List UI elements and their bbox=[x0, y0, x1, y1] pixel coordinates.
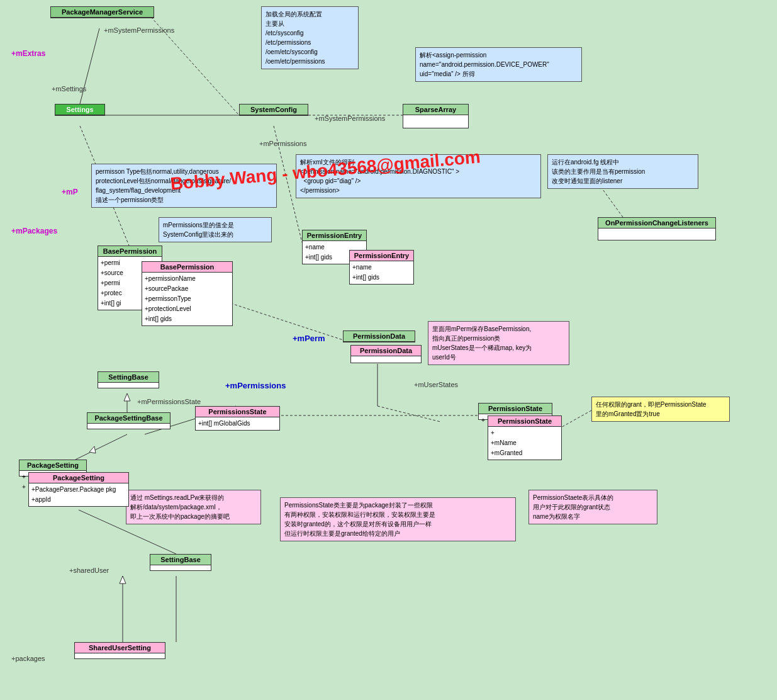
class-body-PermissionData2 bbox=[351, 356, 421, 363]
class-SharedUserSetting: SharedUserSetting bbox=[74, 642, 165, 659]
class-PermissionData1: PermissionData bbox=[343, 330, 415, 342]
class-BasePermission2: BasePermission +permissionName +sourcePa… bbox=[142, 261, 233, 326]
note-load-config-text: 加载全局的系统配置 主要从 /etc/sysconfig /etc/permis… bbox=[266, 11, 325, 65]
class-title-PackageSettingBase: PackageSettingBase bbox=[87, 413, 170, 424]
class-title-PermissionState1: PermissionState bbox=[479, 404, 552, 414]
class-body-PermissionEntry2: +name +int[] gids bbox=[350, 261, 413, 284]
class-PermissionState2: PermissionState + +mName +mGranted bbox=[488, 415, 562, 460]
label-mPermissions: +mPermissions bbox=[259, 140, 307, 147]
class-body-PermissionsState: +int[] mGlobalGids bbox=[196, 417, 279, 430]
class-SystemConfig: SystemConfig bbox=[239, 104, 308, 116]
class-title-PermissionsState: PermissionsState bbox=[196, 407, 279, 417]
class-body-SparseArray bbox=[403, 115, 468, 128]
class-body-BasePermission2: +permissionName +sourcePackae +permisson… bbox=[142, 273, 232, 325]
class-title-PackageManagerService: PackageManagerService bbox=[51, 7, 154, 18]
class-PackageManagerService: PackageManagerService bbox=[50, 6, 154, 18]
class-title-SparseArray: SparseArray bbox=[403, 104, 468, 115]
svg-line-0 bbox=[80, 28, 99, 104]
note-assign-permission: 解析<assign-permission name="android.permi… bbox=[415, 47, 582, 82]
svg-line-12 bbox=[75, 434, 127, 460]
svg-marker-13 bbox=[89, 446, 96, 453]
label-mSettings: +mSettings bbox=[52, 85, 86, 93]
label-mSystemPermissions1: +mSystemPermissions bbox=[104, 26, 174, 34]
class-title-PermissionState2: PermissionState bbox=[488, 416, 561, 427]
label-mPermissionsState: +mPermissionsState bbox=[137, 398, 201, 405]
class-PermissionEntry2: PermissionEntry +name +int[] gids bbox=[349, 250, 414, 285]
class-PackageSettingBase: PackageSettingBase bbox=[87, 412, 170, 429]
note-mperm-baseperm: 里面用mPerm保存BasePermission, 指向真正的permissio… bbox=[428, 321, 569, 365]
class-SettingBase1: SettingBase bbox=[98, 371, 159, 388]
class-title-PermissionEntry2: PermissionEntry bbox=[350, 251, 413, 261]
class-title-PackageSetting1: PackageSetting bbox=[20, 460, 86, 471]
svg-line-8 bbox=[377, 406, 440, 422]
note-mperm-baseperm-text: 里面用mPerm保存BasePermission, 指向真正的permissio… bbox=[432, 325, 532, 361]
label-mPermissions-label: +mPermissions bbox=[225, 381, 286, 390]
class-title-SharedUserSetting: SharedUserSetting bbox=[75, 643, 165, 653]
label-mUserStates: +mUserStates bbox=[414, 381, 458, 388]
label-mPerm: +mPerm bbox=[293, 334, 325, 343]
label-mPackages: +mPackages bbox=[11, 227, 57, 235]
note-assign-permission-text: 解析<assign-permission name="android.permi… bbox=[420, 52, 549, 77]
note-running-thread: 运行在android.fg 线程中 该类的主要作用是当有permission 改… bbox=[547, 154, 698, 189]
label-mExtras: +mExtras bbox=[11, 49, 45, 58]
note-permissionstate-class-text: PermissionStaete表示具体的 用户对于此权限的grant状态 na… bbox=[533, 494, 613, 520]
class-body-PackageSetting2: +PackageParser.Package pkg +appId bbox=[29, 483, 128, 506]
class-Settings: Settings bbox=[55, 104, 105, 116]
label-packages: +packages bbox=[11, 655, 45, 662]
class-PermissionsState: PermissionsState +int[] mGlobalGids bbox=[195, 406, 280, 431]
note-any-grant-text: 任何权限的grant，即把PermissionState 里的mGranted置… bbox=[596, 401, 707, 417]
note-parse-xml: 解析xml文件的得到 <permission name="android.per… bbox=[296, 154, 541, 198]
class-title-SettingBase2: SettingBase bbox=[150, 555, 211, 565]
label-sharedUser: +sharedUser bbox=[69, 567, 109, 574]
class-title-Settings: Settings bbox=[55, 104, 104, 115]
class-body-SettingBase1 bbox=[98, 383, 159, 388]
label-mP: +mP bbox=[62, 188, 78, 196]
note-permission-type: permisson Type包括normal,utility,dangerous… bbox=[91, 164, 277, 208]
class-OnPermissionChangeListeners: OnPermissionChangeListeners bbox=[598, 217, 716, 240]
class-SparseArray: SparseArray bbox=[403, 104, 469, 128]
class-PackageSetting2: PackageSetting +PackageParser.Package pk… bbox=[28, 472, 129, 507]
class-title-PackageSetting2: PackageSetting bbox=[29, 473, 128, 483]
svg-marker-17 bbox=[120, 576, 126, 584]
class-body-SharedUserSetting bbox=[75, 653, 165, 658]
class-title-PermissionEntry1: PermissionEntry bbox=[303, 230, 366, 241]
note-packagesetting-read-text: 通过 mSettings.readLPw来获得的 解析/data/system/… bbox=[130, 494, 230, 520]
note-mpermissions-values: mPermissions里的值全是 SystemConfig里读出来的 bbox=[159, 217, 272, 242]
note-permissionstate-class: PermissionStaete表示具体的 用户对于此权限的grant状态 na… bbox=[528, 490, 657, 524]
class-SettingBase2: SettingBase bbox=[150, 554, 211, 571]
note-load-config: 加载全局的系统配置 主要从 /etc/sysconfig /etc/permis… bbox=[261, 6, 359, 69]
class-body-PermissionState2: + +mName +mGranted bbox=[488, 427, 561, 460]
note-permissionsstate-class-text: PermissionsState类主要是为package封装了一些权限 有两种权… bbox=[284, 502, 435, 537]
note-mpermissions-values-text: mPermissions里的值全是 SystemConfig里读出来的 bbox=[163, 222, 234, 238]
note-permission-type-text: permisson Type包括normal,utility,dangerous… bbox=[96, 168, 231, 203]
label-mSystemPermissions2: +mSystemPermissions bbox=[315, 115, 385, 122]
class-title-PermissionData2: PermissionData bbox=[351, 346, 421, 356]
svg-marker-11 bbox=[124, 393, 130, 401]
class-title-BasePermission1: BasePermission bbox=[98, 246, 162, 257]
note-parse-xml-text: 解析xml文件的得到 <permission name="android.per… bbox=[300, 159, 459, 194]
note-any-grant: 任何权限的grant，即把PermissionState 里的mGranted置… bbox=[591, 397, 730, 422]
class-body-SettingBase2 bbox=[150, 565, 211, 570]
note-packagesetting-read: 通过 mSettings.readLPw来获得的 解析/data/system/… bbox=[126, 490, 261, 524]
class-title-OnPermissionChangeListeners: OnPermissionChangeListeners bbox=[598, 218, 715, 229]
class-title-BasePermission2: BasePermission bbox=[142, 262, 232, 273]
diagram-container: 加载全局的系统配置 主要从 /etc/sysconfig /etc/permis… bbox=[0, 0, 777, 700]
note-permissionsstate-class: PermissionsState类主要是为package封装了一些权限 有两种权… bbox=[280, 497, 516, 541]
class-title-SettingBase1: SettingBase bbox=[98, 372, 159, 383]
class-title-PermissionData1: PermissionData bbox=[344, 331, 415, 342]
class-title-SystemConfig: SystemConfig bbox=[240, 104, 308, 115]
class-body-PackageSettingBase bbox=[87, 424, 170, 429]
svg-line-19 bbox=[560, 410, 591, 428]
class-body-OnPermissionChangeListeners bbox=[598, 229, 715, 240]
class-PermissionData2: PermissionData bbox=[350, 345, 422, 363]
note-running-thread-text: 运行在android.fg 线程中 该类的主要作用是当有permission 改… bbox=[552, 159, 645, 184]
